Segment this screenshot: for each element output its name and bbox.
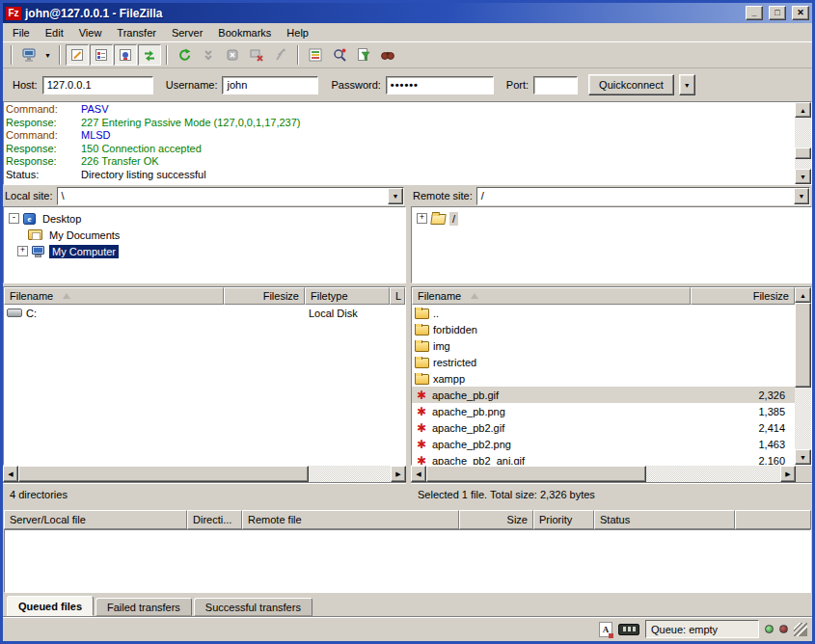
username-input[interactable] bbox=[222, 76, 318, 94]
menu-bookmarks[interactable]: Bookmarks bbox=[210, 25, 279, 40]
scroll-left-icon[interactable]: ◀ bbox=[3, 466, 18, 482]
expand-icon[interactable]: + bbox=[417, 213, 427, 224]
remote-site-bar: Remote site: / ▼ bbox=[411, 185, 812, 206]
column-header-direction[interactable]: Directi... bbox=[187, 510, 242, 529]
toolbar: ▼ bbox=[3, 41, 812, 67]
column-header-size[interactable]: Size bbox=[459, 510, 533, 529]
process-queue-button[interactable] bbox=[197, 44, 220, 66]
quickconnect-button[interactable]: Quickconnect bbox=[588, 74, 674, 95]
scroll-right-icon[interactable]: ▶ bbox=[780, 466, 796, 482]
local-site-combo[interactable]: \ ▼ bbox=[57, 187, 404, 205]
minimize-button[interactable]: _ bbox=[746, 6, 763, 20]
disconnect-button[interactable] bbox=[245, 44, 268, 66]
site-manager-button[interactable] bbox=[17, 44, 41, 66]
remote-file-row[interactable]: ✱apache_pb2.png 1,463 bbox=[412, 436, 795, 452]
toggle-remote-tree-button[interactable] bbox=[114, 44, 137, 66]
menu-view[interactable]: View bbox=[71, 25, 110, 40]
directory-comparison-button[interactable] bbox=[304, 44, 327, 66]
filter-button[interactable] bbox=[352, 44, 375, 66]
local-horizontal-scrollbar[interactable]: ◀ ▶ bbox=[3, 466, 406, 482]
expand-icon[interactable]: + bbox=[17, 246, 28, 256]
remote-tree: + / bbox=[411, 206, 812, 283]
scrollbar-thumb[interactable] bbox=[426, 466, 646, 482]
column-header-filename[interactable]: Filename bbox=[412, 287, 691, 305]
title-bar[interactable]: Fz john@127.0.0.1 - FileZilla _ □ ✕ bbox=[3, 3, 812, 23]
tree-item-desktop[interactable]: - e Desktop bbox=[6, 210, 405, 227]
tree-item-label: / bbox=[449, 212, 458, 226]
remote-dir-row[interactable]: .. bbox=[412, 305, 795, 321]
toggle-message-log-button[interactable] bbox=[66, 44, 89, 66]
menu-help[interactable]: Help bbox=[279, 25, 316, 40]
scroll-left-icon[interactable]: ◀ bbox=[411, 466, 426, 482]
scroll-down-icon[interactable]: ▼ bbox=[795, 449, 811, 465]
quickconnect-dropdown[interactable]: ▼ bbox=[679, 74, 695, 95]
menu-transfer[interactable]: Transfer bbox=[109, 25, 164, 40]
refresh-button[interactable] bbox=[173, 44, 196, 66]
remote-dir-row[interactable]: forbidden bbox=[412, 321, 795, 337]
speed-limit-icon[interactable] bbox=[618, 624, 639, 635]
reconnect-button[interactable] bbox=[269, 44, 292, 66]
filezilla-window: Fz john@127.0.0.1 - FileZilla _ □ ✕ File… bbox=[0, 0, 815, 644]
tree-item-my-documents[interactable]: My Documents bbox=[6, 227, 405, 243]
remote-file-row[interactable]: ✱apache_pb2.gif 2,414 bbox=[412, 419, 795, 436]
remote-horizontal-scrollbar[interactable]: ◀ ▶ bbox=[411, 466, 796, 482]
process-queue-icon bbox=[201, 47, 216, 63]
column-header-priority[interactable]: Priority bbox=[533, 510, 594, 529]
remote-file-row[interactable]: ✱apache_pb2_ani.gif 2,160 bbox=[412, 452, 795, 465]
desktop-icon: e bbox=[23, 213, 36, 225]
queue-list-body[interactable] bbox=[4, 529, 811, 593]
scroll-down-icon[interactable]: ▼ bbox=[795, 169, 811, 184]
synchronized-browsing-button[interactable] bbox=[328, 44, 351, 66]
close-button[interactable]: ✕ bbox=[792, 6, 809, 20]
column-header-filename[interactable]: Filename bbox=[4, 287, 224, 305]
log-line-text: 226 Transfer OK bbox=[81, 155, 159, 169]
remote-dir-row[interactable]: restricted bbox=[412, 354, 795, 370]
scrollbar-thumb[interactable] bbox=[795, 148, 811, 160]
column-header-server-local-file[interactable]: Server/Local file bbox=[4, 510, 187, 529]
tree-item-root[interactable]: + / bbox=[414, 210, 811, 227]
maximize-button[interactable]: □ bbox=[769, 6, 786, 20]
column-header-filesize[interactable]: Filesize bbox=[224, 287, 305, 305]
chevron-down-icon[interactable]: ▼ bbox=[794, 188, 809, 204]
scroll-up-icon[interactable]: ▲ bbox=[795, 102, 811, 118]
cancel-button[interactable] bbox=[221, 44, 244, 66]
menu-server[interactable]: Server bbox=[164, 25, 210, 40]
remote-vertical-scrollbar[interactable]: ▲ ▼ bbox=[795, 287, 811, 465]
site-manager-dropdown[interactable]: ▼ bbox=[41, 44, 54, 66]
host-input[interactable] bbox=[42, 76, 153, 94]
queue-header: Server/Local file Directi... Remote file… bbox=[3, 510, 812, 529]
toggle-local-tree-button[interactable] bbox=[90, 44, 113, 66]
resize-grip[interactable] bbox=[794, 623, 807, 636]
local-list-body[interactable]: C: Local Disk bbox=[4, 305, 405, 465]
log-scrollbar[interactable]: ▲ ▼ bbox=[795, 102, 811, 184]
toggle-queue-button[interactable] bbox=[138, 44, 161, 66]
local-file-row[interactable]: C: Local Disk bbox=[4, 305, 405, 321]
find-files-button[interactable] bbox=[376, 44, 399, 66]
menu-edit[interactable]: Edit bbox=[38, 25, 71, 40]
transfer-type-icon[interactable]: A bbox=[599, 622, 612, 637]
column-header-status[interactable]: Status bbox=[594, 510, 735, 529]
scrollbar-thumb[interactable] bbox=[795, 303, 811, 388]
tree-item-my-computer[interactable]: + My Computer bbox=[6, 243, 405, 259]
scroll-right-icon[interactable]: ▶ bbox=[391, 466, 406, 482]
tab-failed-transfers[interactable]: Failed transfers bbox=[95, 598, 192, 616]
tab-successful-transfers[interactable]: Successful transfers bbox=[194, 598, 312, 616]
port-input[interactable] bbox=[533, 76, 578, 94]
column-header-filesize[interactable]: Filesize bbox=[691, 287, 795, 305]
remote-site-combo[interactable]: / ▼ bbox=[476, 187, 810, 205]
remote-dir-row[interactable]: xampp bbox=[412, 370, 795, 387]
column-header-lastmodified[interactable]: L bbox=[390, 287, 405, 305]
collapse-icon[interactable]: - bbox=[9, 213, 19, 224]
column-header-remote-file[interactable]: Remote file bbox=[242, 510, 459, 529]
tab-queued-files[interactable]: Queued files bbox=[7, 596, 94, 616]
remote-file-row[interactable]: ✱apache_pb.png 1,385 bbox=[412, 403, 795, 419]
menu-file[interactable]: File bbox=[5, 25, 38, 40]
column-header-filetype[interactable]: Filetype bbox=[305, 287, 390, 305]
remote-dir-row[interactable]: img bbox=[412, 337, 795, 354]
remote-file-row[interactable]: ✱apache_pb.gif 2,326 bbox=[412, 387, 795, 403]
scrollbar-thumb[interactable] bbox=[18, 466, 309, 482]
password-input[interactable] bbox=[386, 76, 494, 94]
remote-list-body[interactable]: .. forbidden img restricted bbox=[412, 305, 795, 465]
chevron-down-icon[interactable]: ▼ bbox=[388, 188, 403, 204]
scroll-up-icon[interactable]: ▲ bbox=[795, 287, 811, 303]
